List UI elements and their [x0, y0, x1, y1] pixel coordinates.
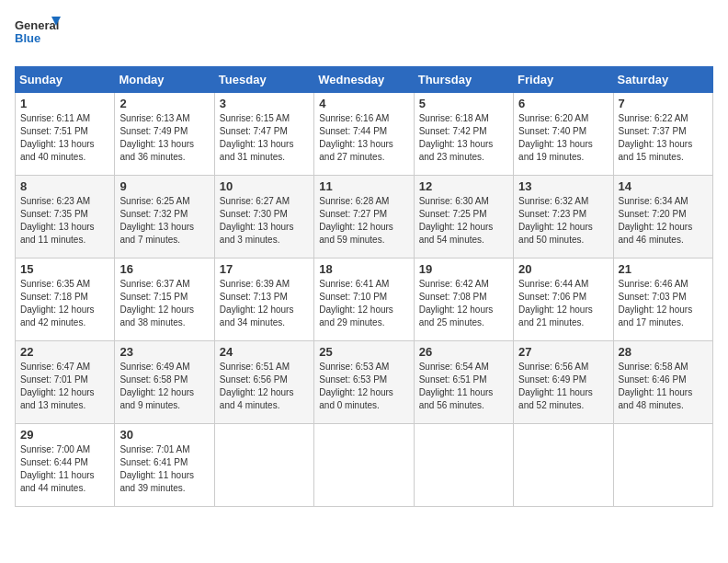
day-number: 27	[518, 345, 608, 359]
calendar-cell: 6Sunrise: 6:20 AMSunset: 7:40 PMDaylight…	[514, 93, 613, 176]
day-number: 11	[319, 179, 408, 193]
cell-info: Sunrise: 6:37 AMSunset: 7:15 PMDaylight:…	[119, 279, 194, 327]
calendar-cell: 29Sunrise: 7:00 AMSunset: 6:44 PMDayligh…	[16, 424, 115, 507]
cell-info: Sunrise: 6:25 AMSunset: 7:32 PMDaylight:…	[119, 196, 194, 245]
calendar-cell: 2Sunrise: 6:13 AMSunset: 7:49 PMDaylight…	[115, 93, 214, 176]
day-number: 3	[220, 97, 309, 110]
cell-info: Sunrise: 6:18 AMSunset: 7:42 PMDaylight:…	[419, 113, 494, 162]
calendar-cell: 5Sunrise: 6:18 AMSunset: 7:42 PMDaylight…	[414, 93, 513, 176]
cell-info: Sunrise: 6:42 AMSunset: 7:08 PMDaylight:…	[419, 279, 494, 327]
calendar-cell: 9Sunrise: 6:25 AMSunset: 7:32 PMDaylight…	[115, 176, 214, 259]
calendar-table: SundayMondayTuesdayWednesdayThursdayFrid…	[15, 66, 713, 507]
cell-info: Sunrise: 7:01 AMSunset: 6:41 PMDaylight:…	[119, 444, 194, 493]
calendar-cell: 7Sunrise: 6:22 AMSunset: 7:37 PMDaylight…	[613, 93, 712, 176]
calendar-cell: 12Sunrise: 6:30 AMSunset: 7:25 PMDayligh…	[414, 176, 513, 259]
calendar-cell: 28Sunrise: 6:58 AMSunset: 6:46 PMDayligh…	[613, 341, 712, 424]
day-header-thursday: Thursday	[414, 67, 513, 93]
calendar-cell: 18Sunrise: 6:41 AMSunset: 7:10 PMDayligh…	[314, 259, 414, 341]
calendar-cell: 15Sunrise: 6:35 AMSunset: 7:18 PMDayligh…	[16, 259, 115, 341]
cell-info: Sunrise: 7:00 AMSunset: 6:44 PMDaylight:…	[20, 444, 95, 493]
cell-info: Sunrise: 6:20 AMSunset: 7:40 PMDaylight:…	[518, 113, 593, 162]
day-number: 28	[619, 345, 708, 359]
cell-info: Sunrise: 6:15 AMSunset: 7:47 PMDaylight:…	[220, 113, 294, 162]
svg-text:Blue: Blue	[15, 31, 40, 45]
cell-info: Sunrise: 6:13 AMSunset: 7:49 PMDaylight:…	[119, 113, 194, 162]
cell-info: Sunrise: 6:53 AMSunset: 6:53 PMDaylight:…	[319, 362, 393, 410]
calendar-cell: 26Sunrise: 6:54 AMSunset: 6:51 PMDayligh…	[414, 341, 513, 424]
day-number: 5	[419, 97, 508, 110]
calendar-cell: 8Sunrise: 6:23 AMSunset: 7:35 PMDaylight…	[16, 176, 115, 259]
day-header-tuesday: Tuesday	[214, 67, 313, 93]
cell-info: Sunrise: 6:58 AMSunset: 6:46 PMDaylight:…	[619, 362, 693, 410]
cell-info: Sunrise: 6:30 AMSunset: 7:25 PMDaylight:…	[419, 196, 494, 245]
day-number: 22	[20, 345, 109, 359]
day-number: 23	[119, 345, 209, 359]
day-number: 29	[20, 428, 109, 442]
logo: General Blue	[15, 15, 61, 55]
calendar-cell: 10Sunrise: 6:27 AMSunset: 7:30 PMDayligh…	[214, 176, 313, 259]
day-number: 2	[119, 97, 209, 110]
calendar-cell: 21Sunrise: 6:46 AMSunset: 7:03 PMDayligh…	[613, 259, 712, 341]
calendar-cell: 13Sunrise: 6:32 AMSunset: 7:23 PMDayligh…	[514, 176, 613, 259]
cell-info: Sunrise: 6:54 AMSunset: 6:51 PMDaylight:…	[419, 362, 494, 410]
cell-info: Sunrise: 6:28 AMSunset: 7:27 PMDaylight:…	[319, 196, 393, 245]
cell-info: Sunrise: 6:39 AMSunset: 7:13 PMDaylight:…	[220, 279, 294, 327]
day-header-sunday: Sunday	[16, 67, 115, 93]
calendar-cell	[613, 424, 712, 507]
calendar-cell: 23Sunrise: 6:49 AMSunset: 6:58 PMDayligh…	[115, 341, 214, 424]
day-header-saturday: Saturday	[613, 67, 712, 93]
calendar-cell: 27Sunrise: 6:56 AMSunset: 6:49 PMDayligh…	[514, 341, 613, 424]
day-number: 21	[619, 262, 708, 276]
calendar-cell: 17Sunrise: 6:39 AMSunset: 7:13 PMDayligh…	[214, 259, 313, 341]
calendar-cell: 22Sunrise: 6:47 AMSunset: 7:01 PMDayligh…	[16, 341, 115, 424]
day-header-wednesday: Wednesday	[314, 67, 414, 93]
cell-info: Sunrise: 6:16 AMSunset: 7:44 PMDaylight:…	[319, 113, 393, 162]
calendar-cell: 3Sunrise: 6:15 AMSunset: 7:47 PMDaylight…	[214, 93, 313, 176]
day-number: 17	[220, 262, 309, 276]
calendar-cell	[514, 424, 613, 507]
day-number: 1	[20, 97, 109, 110]
day-number: 6	[518, 97, 608, 110]
calendar-cell: 14Sunrise: 6:34 AMSunset: 7:20 PMDayligh…	[613, 176, 712, 259]
week-row-1: 1Sunrise: 6:11 AMSunset: 7:51 PMDaylight…	[16, 93, 713, 176]
calendar-cell: 11Sunrise: 6:28 AMSunset: 7:27 PMDayligh…	[314, 176, 414, 259]
day-header-monday: Monday	[115, 67, 214, 93]
day-number: 9	[119, 179, 209, 193]
day-number: 24	[220, 345, 309, 359]
calendar-cell: 4Sunrise: 6:16 AMSunset: 7:44 PMDaylight…	[314, 93, 414, 176]
week-row-2: 8Sunrise: 6:23 AMSunset: 7:35 PMDaylight…	[16, 176, 713, 259]
calendar-cell: 30Sunrise: 7:01 AMSunset: 6:41 PMDayligh…	[115, 424, 214, 507]
day-number: 15	[20, 262, 109, 276]
day-number: 7	[619, 97, 708, 110]
cell-info: Sunrise: 6:51 AMSunset: 6:56 PMDaylight:…	[220, 362, 294, 410]
cell-info: Sunrise: 6:56 AMSunset: 6:49 PMDaylight:…	[518, 362, 593, 410]
calendar-cell: 20Sunrise: 6:44 AMSunset: 7:06 PMDayligh…	[514, 259, 613, 341]
day-number: 4	[319, 97, 408, 110]
day-number: 25	[319, 345, 408, 359]
logo-svg: General Blue	[15, 15, 61, 55]
week-row-5: 29Sunrise: 7:00 AMSunset: 6:44 PMDayligh…	[16, 424, 713, 507]
day-number: 8	[20, 179, 109, 193]
calendar-cell	[414, 424, 513, 507]
day-number: 20	[518, 262, 608, 276]
day-number: 14	[619, 179, 708, 193]
day-number: 30	[119, 428, 209, 442]
cell-info: Sunrise: 6:27 AMSunset: 7:30 PMDaylight:…	[220, 196, 294, 245]
cell-info: Sunrise: 6:22 AMSunset: 7:37 PMDaylight:…	[619, 113, 693, 162]
day-number: 18	[319, 262, 408, 276]
header-row: SundayMondayTuesdayWednesdayThursdayFrid…	[16, 67, 713, 93]
calendar-cell: 24Sunrise: 6:51 AMSunset: 6:56 PMDayligh…	[214, 341, 313, 424]
cell-info: Sunrise: 6:34 AMSunset: 7:20 PMDaylight:…	[619, 196, 693, 245]
cell-info: Sunrise: 6:41 AMSunset: 7:10 PMDaylight:…	[319, 279, 393, 327]
day-number: 10	[220, 179, 309, 193]
calendar-cell: 19Sunrise: 6:42 AMSunset: 7:08 PMDayligh…	[414, 259, 513, 341]
day-number: 12	[419, 179, 508, 193]
day-number: 19	[419, 262, 508, 276]
calendar-cell: 16Sunrise: 6:37 AMSunset: 7:15 PMDayligh…	[115, 259, 214, 341]
week-row-3: 15Sunrise: 6:35 AMSunset: 7:18 PMDayligh…	[16, 259, 713, 341]
calendar-cell: 1Sunrise: 6:11 AMSunset: 7:51 PMDaylight…	[16, 93, 115, 176]
calendar-cell	[214, 424, 313, 507]
cell-info: Sunrise: 6:44 AMSunset: 7:06 PMDaylight:…	[518, 279, 593, 327]
cell-info: Sunrise: 6:11 AMSunset: 7:51 PMDaylight:…	[20, 113, 95, 162]
calendar-cell: 25Sunrise: 6:53 AMSunset: 6:53 PMDayligh…	[314, 341, 414, 424]
